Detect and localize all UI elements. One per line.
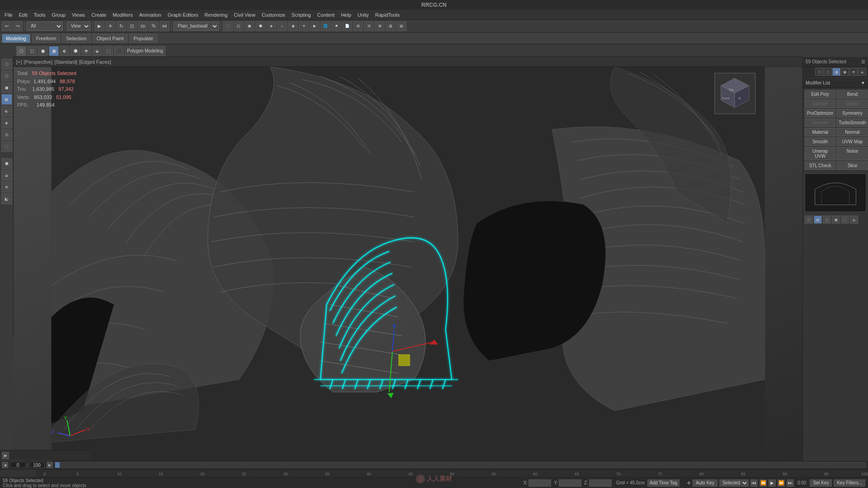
play-end-btn[interactable]: ⏭ bbox=[787, 479, 794, 487]
modifier-material[interactable]: Material bbox=[805, 128, 835, 136]
left-btn-7[interactable]: ⊡ bbox=[1, 129, 12, 140]
scene-btn[interactable]: ▣ bbox=[245, 21, 255, 31]
left-btn-9[interactable]: ⬟ bbox=[1, 158, 12, 169]
menu-create[interactable]: Create bbox=[89, 11, 109, 19]
poly-modeling-label[interactable]: Polygon Modeling bbox=[125, 46, 165, 56]
modifier-smooth1[interactable]: Smooth bbox=[805, 118, 835, 127]
modifier-bend[interactable]: Bend bbox=[836, 90, 868, 99]
left-btn-8[interactable]: ⬚ bbox=[1, 141, 12, 152]
material-btn[interactable]: ◈ bbox=[266, 21, 276, 31]
left-btn-6[interactable]: ◈ bbox=[1, 117, 12, 128]
camera-btn[interactable]: ◉ bbox=[288, 21, 298, 31]
rp-icon-2[interactable]: ▣ bbox=[814, 216, 822, 224]
viewport-canvas[interactable]: RRCG 人人素材 RRCG RRCG 人人素材 RRCG bbox=[14, 67, 802, 461]
modifier-noise[interactable]: Noise bbox=[836, 147, 868, 160]
modifier-stl-check[interactable]: STL Check bbox=[805, 161, 835, 170]
env-btn[interactable]: 🌐 bbox=[321, 21, 330, 31]
vp-icon-3[interactable]: ◼ bbox=[832, 68, 840, 76]
tab-object-paint[interactable]: Object Paint bbox=[93, 34, 128, 43]
poly-tool-8[interactable]: ⬙ bbox=[92, 46, 102, 56]
timeline-ticks[interactable]: 1/ 5 10 15 20 25 30 35 40 45 50 55 60 65… bbox=[36, 469, 868, 478]
frame-input[interactable] bbox=[10, 462, 26, 468]
rp-icon-6[interactable]: ⬙ bbox=[850, 216, 858, 224]
tab-freeform[interactable]: Freeform bbox=[32, 34, 61, 43]
effect-btn[interactable]: ✸ bbox=[331, 21, 341, 31]
menu-customize[interactable]: Customize bbox=[259, 11, 288, 19]
menu-rendering[interactable]: Rendering bbox=[202, 11, 231, 19]
poly-tool-2[interactable]: ◻ bbox=[27, 46, 37, 56]
rp-icon-3[interactable]: ◻ bbox=[823, 216, 831, 224]
poly-tool-10[interactable]: ⬛ bbox=[114, 46, 124, 56]
menu-scripting[interactable]: Scripting bbox=[289, 11, 314, 19]
poly-tool-9[interactable]: ⬚ bbox=[103, 46, 113, 56]
helper-btn[interactable]: ✦ bbox=[299, 21, 309, 31]
viewport-plus[interactable]: [+] bbox=[16, 59, 22, 65]
menu-civil-view[interactable]: Civil View bbox=[231, 11, 258, 19]
menu-help[interactable]: Help bbox=[338, 11, 354, 19]
poly-tool-3[interactable]: ◼ bbox=[38, 46, 48, 56]
modifier-turbosmooth[interactable]: TurboSmooth bbox=[836, 118, 868, 127]
select-btn[interactable]: ▶ bbox=[94, 21, 104, 31]
play-start-btn[interactable]: ⏮ bbox=[750, 479, 758, 487]
auto-key-btn[interactable]: Auto Key bbox=[693, 479, 717, 487]
modifier-delete[interactable]: Delete bbox=[836, 99, 868, 108]
modifier-prooptimizer[interactable]: ProOptimizer bbox=[805, 109, 835, 117]
menu-rapidtools[interactable]: RapidTools bbox=[373, 11, 402, 19]
poly-tool-6[interactable]: ⬢ bbox=[71, 46, 80, 56]
all-dropdown[interactable]: All bbox=[27, 22, 63, 31]
left-btn-2[interactable]: ◻ bbox=[1, 70, 12, 81]
rp-icon-5[interactable]: ⬚ bbox=[841, 216, 849, 224]
poly-tool-7[interactable]: ⬘ bbox=[81, 46, 91, 56]
viewport-perspective[interactable]: [Perspective] bbox=[24, 59, 53, 65]
tool3-btn[interactable]: ⊠ bbox=[375, 21, 385, 31]
left-btn-10[interactable]: ⬙ bbox=[1, 170, 12, 181]
render-btn[interactable]: ⬟ bbox=[255, 21, 265, 31]
vp-icon-5[interactable]: ⬘ bbox=[849, 68, 858, 76]
anim-btn[interactable]: ▶ bbox=[310, 21, 320, 31]
next-frame-btn[interactable]: ⏩ bbox=[778, 479, 785, 487]
modifier-smooth2[interactable]: Smooth bbox=[805, 137, 835, 146]
menu-modifiers[interactable]: Modifiers bbox=[110, 11, 136, 19]
move-btn[interactable]: ✛ bbox=[105, 21, 115, 31]
tool1-btn[interactable]: ⊞ bbox=[353, 21, 363, 31]
modifier-extrude[interactable]: Extrude bbox=[805, 99, 835, 108]
prev-frame-btn[interactable]: ⏪ bbox=[760, 479, 767, 487]
3d-snap-btn[interactable]: 3D bbox=[138, 21, 148, 31]
modifier-list-dropdown-icon[interactable]: ▼ bbox=[861, 80, 865, 85]
view-dropdown[interactable]: View bbox=[67, 22, 90, 31]
frame-end-input[interactable] bbox=[29, 462, 45, 468]
percent-btn[interactable]: % bbox=[149, 21, 159, 31]
redo-btn[interactable]: ↪ bbox=[13, 21, 23, 31]
layer-btn[interactable]: ⬚ bbox=[223, 21, 233, 31]
modifier-slice[interactable]: Slice bbox=[836, 161, 868, 170]
mirror-btn[interactable]: ⋈ bbox=[160, 21, 170, 31]
tab-modeling[interactable]: Modeling bbox=[2, 34, 30, 43]
left-btn-11[interactable]: ⬘ bbox=[1, 182, 12, 192]
timeline-track[interactable] bbox=[55, 462, 866, 468]
z-input[interactable] bbox=[589, 479, 612, 487]
modifier-normal[interactable]: Normal bbox=[836, 128, 868, 136]
x-input[interactable] bbox=[528, 479, 551, 487]
vp-icon-6[interactable]: ⬙ bbox=[858, 68, 866, 76]
left-btn-1[interactable]: ⬡ bbox=[1, 59, 12, 70]
vp-icon-1[interactable]: ⬡ bbox=[815, 68, 823, 76]
modifier-uvw-map[interactable]: UVW Map bbox=[836, 137, 868, 146]
menu-tools[interactable]: Tools bbox=[31, 11, 48, 19]
key-filters-btn[interactable]: Key Filters... bbox=[834, 479, 865, 487]
selected-dropdown[interactable]: Selected bbox=[719, 479, 749, 487]
vp-icon-2[interactable]: ◻ bbox=[824, 68, 832, 76]
left-btn-5[interactable]: ⬖ bbox=[1, 106, 12, 117]
rp-icon-1[interactable]: ⬡ bbox=[805, 216, 813, 224]
left-btn-3[interactable]: ◼ bbox=[1, 82, 12, 93]
tl-prev-btn[interactable]: ◀ bbox=[2, 462, 8, 468]
isolate-btn[interactable]: ◫ bbox=[234, 21, 244, 31]
menu-animation[interactable]: Animation bbox=[137, 11, 164, 19]
tool4-btn[interactable]: ▥ bbox=[386, 21, 396, 31]
plain-backwall-dropdown[interactable]: Plain_backwall bbox=[174, 22, 219, 31]
left-btn-4[interactable]: ▣ bbox=[1, 94, 12, 105]
play-btn[interactable]: ▶ bbox=[769, 479, 776, 487]
add-time-tag-btn[interactable]: Add Time Tag bbox=[647, 479, 679, 487]
tl-next-btn[interactable]: ▶ bbox=[47, 462, 53, 468]
modifier-unwrap-uvw[interactable]: Unwrap UVW bbox=[805, 147, 835, 160]
anim-play-btn[interactable]: ▶ bbox=[2, 452, 9, 459]
